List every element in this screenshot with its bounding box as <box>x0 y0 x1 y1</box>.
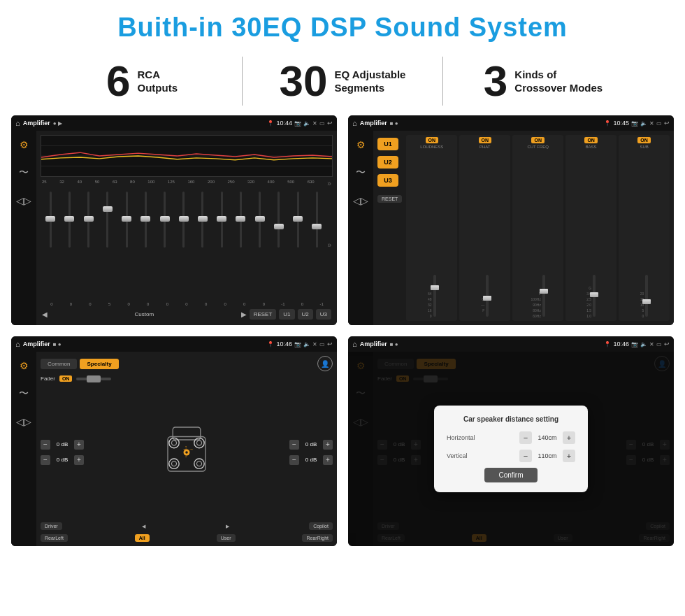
ch-on-1[interactable]: ON <box>479 137 492 143</box>
eq-slider-3[interactable] <box>99 189 116 301</box>
eq-u3-btn[interactable]: U3 <box>316 309 331 320</box>
ch-thumb-0[interactable] <box>431 285 439 290</box>
rearright-btn[interactable]: RearRight <box>302 534 333 542</box>
eq-slider-1[interactable] <box>61 189 78 301</box>
ch-thumb-4[interactable] <box>642 299 651 304</box>
u2-btn[interactable]: U2 <box>377 156 398 169</box>
tab-common[interactable]: Common <box>41 359 77 369</box>
db-minus-rl[interactable]: − <box>41 455 50 465</box>
sidebar-3: ⚙ 〜 ◁▷ <box>11 352 36 546</box>
ch-on-4[interactable]: ON <box>637 137 651 143</box>
db-minus-fl[interactable]: − <box>41 440 50 450</box>
eq-slider-7[interactable] <box>175 189 192 301</box>
home-icon-1[interactable]: ⌂ <box>15 119 20 127</box>
eq-slider-13[interactable] <box>289 189 306 301</box>
back-icon-1[interactable]: ↩ <box>327 120 333 127</box>
eq-slider-14[interactable] <box>308 189 325 301</box>
eq-icon-3[interactable]: ⚙ <box>15 357 32 374</box>
eq-slider-6[interactable] <box>156 189 173 301</box>
speaker-area: Common Specialty 👤 Fader ON <box>36 352 337 546</box>
ch-thumb-1[interactable] <box>483 296 491 301</box>
eq-reset-btn[interactable]: RESET <box>250 309 277 320</box>
eq-slider-11[interactable] <box>252 189 268 301</box>
tab-specialty[interactable]: Specialty <box>80 359 118 369</box>
rect-icon-2: ▭ <box>656 120 662 127</box>
db-plus-fr[interactable]: + <box>323 440 333 450</box>
db-plus-rr[interactable]: + <box>323 455 333 465</box>
svg-point-9 <box>196 440 201 445</box>
all-btn[interactable]: All <box>135 534 150 542</box>
ch-track-4[interactable] <box>645 275 648 317</box>
back-icon-3[interactable]: ↩ <box>327 341 333 348</box>
eq-slider-10[interactable] <box>232 189 249 301</box>
home-icon-2[interactable]: ⌂ <box>352 119 357 127</box>
eq-slider-5[interactable] <box>137 189 154 301</box>
ch-track-2[interactable] <box>542 275 545 317</box>
db-plus-rl[interactable]: + <box>74 455 84 465</box>
ch-nums-3: G3.02.52.01.51.0 <box>586 285 591 319</box>
vol-icon-1: 🔈 <box>303 120 310 127</box>
horizontal-plus[interactable]: + <box>563 431 575 444</box>
screens-grid: ⌂ Amplifier ● ▶ 📍 10:44 📷 🔈 ✕ ▭ ↩ ⚙ 〜 ◁▷ <box>0 115 685 546</box>
eq-slider-0[interactable] <box>42 189 59 301</box>
user-btn[interactable]: User <box>217 534 236 542</box>
u1-btn[interactable]: U1 <box>377 138 398 150</box>
vertical-minus[interactable]: − <box>519 450 532 462</box>
u3-btn[interactable]: U3 <box>377 174 398 187</box>
eq-slider-9[interactable] <box>213 189 230 301</box>
vertical-plus[interactable]: + <box>563 450 575 462</box>
screen-dialog: ⌂ Amplifier ■ ● 📍 10:46 📷 🔈 ✕ ▭ ↩ ⚙ 〜 ◁▷ <box>348 336 674 546</box>
mixer-reset-btn[interactable]: RESET <box>377 195 402 203</box>
speaker-icon-2[interactable]: ◁▷ <box>352 192 369 209</box>
ch-nums-0: 644832160 <box>428 291 432 319</box>
eq-slider-8[interactable] <box>194 189 211 301</box>
ch-track-0[interactable] <box>433 275 436 317</box>
fader-track[interactable] <box>76 378 111 380</box>
eq-u2-btn[interactable]: U2 <box>298 309 313 320</box>
arrow-right-sp[interactable]: ▶ <box>226 524 229 529</box>
wave-icon[interactable]: 〜 <box>15 164 32 181</box>
svg-text:→: → <box>189 446 194 452</box>
confirm-button[interactable]: Confirm <box>484 468 537 482</box>
eq-icon[interactable]: ⚙ <box>15 136 32 153</box>
ch-track-1[interactable] <box>486 275 489 317</box>
eq-expand-icon[interactable]: » <box>328 241 332 249</box>
arrow-left-sp[interactable]: ◀ <box>142 524 145 529</box>
freq-labels: 2532405063 80100125160200 25032040050063… <box>41 180 333 187</box>
ch-track-3[interactable] <box>593 275 596 317</box>
home-icon-4[interactable]: ⌂ <box>352 340 357 348</box>
db-minus-fr[interactable]: − <box>289 440 299 450</box>
rearleft-btn[interactable]: RearLeft <box>41 534 68 542</box>
eq-slider-4[interactable] <box>118 189 135 301</box>
back-icon-4[interactable]: ↩ <box>664 341 670 348</box>
db-val-rl: 0 dB <box>52 457 72 463</box>
ch-on-3[interactable]: ON <box>584 137 598 143</box>
driver-btn[interactable]: Driver <box>41 522 62 530</box>
wave-icon-3[interactable]: 〜 <box>15 385 32 402</box>
svg-point-11 <box>171 461 176 466</box>
copilot-btn[interactable]: Copilot <box>309 522 333 530</box>
ch-on-0[interactable]: ON <box>426 137 439 143</box>
eq-u1-btn[interactable]: U1 <box>279 309 294 320</box>
db-plus-fl[interactable]: + <box>74 440 84 450</box>
eq-prev-btn[interactable]: ◀ <box>42 310 48 318</box>
fader-on-badge[interactable]: ON <box>59 375 73 382</box>
speaker-icon-3[interactable]: ◁▷ <box>15 413 32 430</box>
speaker-icon[interactable]: ◁▷ <box>15 192 32 209</box>
profile-icon-3[interactable]: 👤 <box>317 356 333 371</box>
eq-preset-label: Custom <box>50 311 238 317</box>
wave-icon-2[interactable]: 〜 <box>352 164 369 181</box>
eq-slider-2[interactable] <box>80 189 96 301</box>
eq-next-btn[interactable]: ▶ <box>241 310 247 318</box>
ch-on-2[interactable]: ON <box>531 137 545 143</box>
eq-icon-2[interactable]: ⚙ <box>352 136 369 153</box>
home-icon-3[interactable]: ⌂ <box>15 340 20 348</box>
status-bar-1: ⌂ Amplifier ● ▶ 📍 10:44 📷 🔈 ✕ ▭ ↩ <box>11 115 337 131</box>
horizontal-minus[interactable]: − <box>519 431 532 444</box>
db-minus-rr[interactable]: − <box>289 455 299 465</box>
ch-thumb-3[interactable] <box>590 292 598 297</box>
ch-label-0: LOUDNESS <box>420 145 443 149</box>
ch-thumb-2[interactable] <box>540 289 548 294</box>
eq-slider-12[interactable] <box>271 189 287 301</box>
back-icon-2[interactable]: ↩ <box>664 120 670 127</box>
